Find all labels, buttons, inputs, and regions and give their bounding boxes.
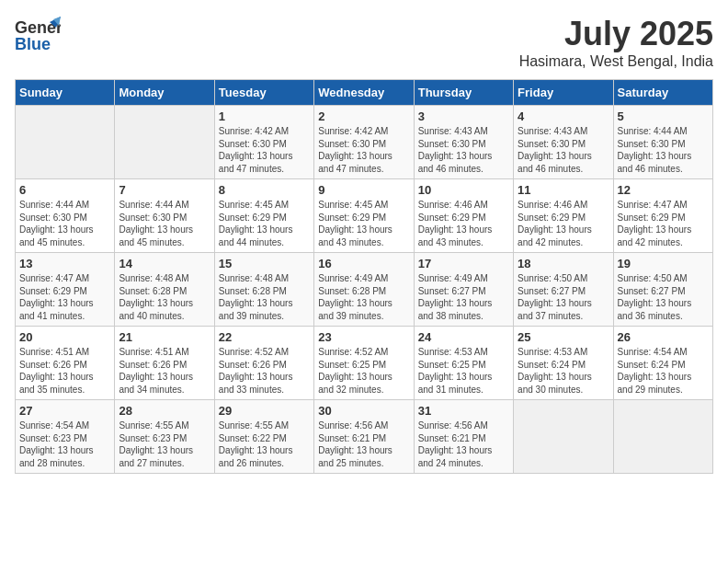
day-info: Sunrise: 4:52 AM Sunset: 6:26 PM Dayligh… [219,346,310,396]
day-info: Sunrise: 4:49 AM Sunset: 6:27 PM Dayligh… [418,272,509,322]
day-info: Sunrise: 4:51 AM Sunset: 6:26 PM Dayligh… [19,346,110,396]
calendar-table: SundayMondayTuesdayWednesdayThursdayFrid… [15,79,713,474]
page-title: July 2025 [519,15,713,53]
calendar-cell: 12Sunrise: 4:47 AM Sunset: 6:29 PM Dayli… [613,179,712,253]
weekday-thursday: Thursday [414,80,513,106]
calendar-cell: 1Sunrise: 4:42 AM Sunset: 6:30 PM Daylig… [214,106,313,179]
calendar-cell [16,106,115,179]
day-number: 26 [618,330,709,344]
day-info: Sunrise: 4:47 AM Sunset: 6:29 PM Dayligh… [19,272,110,322]
page-header: General Blue July 2025 Hasimara, West Be… [15,15,713,70]
week-row-1: 1Sunrise: 4:42 AM Sunset: 6:30 PM Daylig… [16,106,713,179]
day-info: Sunrise: 4:47 AM Sunset: 6:29 PM Dayligh… [618,199,709,248]
day-info: Sunrise: 4:50 AM Sunset: 6:27 PM Dayligh… [518,272,609,322]
calendar-cell: 30Sunrise: 4:56 AM Sunset: 6:21 PM Dayli… [314,400,414,474]
calendar-cell: 9Sunrise: 4:45 AM Sunset: 6:29 PM Daylig… [314,179,414,253]
day-info: Sunrise: 4:54 AM Sunset: 6:23 PM Dayligh… [19,419,110,469]
day-info: Sunrise: 4:42 AM Sunset: 6:30 PM Dayligh… [219,125,310,175]
weekday-tuesday: Tuesday [214,80,313,106]
weekday-row: SundayMondayTuesdayWednesdayThursdayFrid… [16,80,713,106]
week-row-5: 27Sunrise: 4:54 AM Sunset: 6:23 PM Dayli… [16,400,713,474]
day-info: Sunrise: 4:52 AM Sunset: 6:25 PM Dayligh… [318,346,409,396]
day-number: 30 [318,404,409,418]
calendar-cell: 22Sunrise: 4:52 AM Sunset: 6:26 PM Dayli… [214,327,313,400]
day-info: Sunrise: 4:53 AM Sunset: 6:24 PM Dayligh… [518,346,609,396]
calendar-cell: 14Sunrise: 4:48 AM Sunset: 6:28 PM Dayli… [115,253,214,327]
day-number: 15 [219,257,310,270]
calendar-cell: 31Sunrise: 4:56 AM Sunset: 6:21 PM Dayli… [414,400,513,474]
day-number: 27 [19,404,110,418]
weekday-wednesday: Wednesday [314,80,414,106]
day-info: Sunrise: 4:49 AM Sunset: 6:28 PM Dayligh… [318,272,409,322]
day-number: 13 [19,257,110,270]
calendar-cell: 24Sunrise: 4:53 AM Sunset: 6:25 PM Dayli… [414,327,513,400]
weekday-saturday: Saturday [613,80,712,106]
calendar-cell: 15Sunrise: 4:48 AM Sunset: 6:28 PM Dayli… [214,253,313,327]
day-info: Sunrise: 4:54 AM Sunset: 6:24 PM Dayligh… [618,346,709,396]
day-number: 11 [518,183,609,197]
day-number: 14 [119,257,210,270]
day-number: 3 [418,109,509,123]
calendar-cell: 11Sunrise: 4:46 AM Sunset: 6:29 PM Dayli… [514,179,613,253]
weekday-friday: Friday [514,80,613,106]
day-info: Sunrise: 4:50 AM Sunset: 6:27 PM Dayligh… [618,272,709,322]
logo: General Blue [15,15,61,59]
calendar-cell: 19Sunrise: 4:50 AM Sunset: 6:27 PM Dayli… [613,253,712,327]
calendar-cell: 23Sunrise: 4:52 AM Sunset: 6:25 PM Dayli… [314,327,414,400]
day-info: Sunrise: 4:55 AM Sunset: 6:23 PM Dayligh… [119,419,210,469]
day-number: 28 [119,404,210,418]
day-info: Sunrise: 4:45 AM Sunset: 6:29 PM Dayligh… [219,199,310,248]
day-info: Sunrise: 4:56 AM Sunset: 6:21 PM Dayligh… [318,419,409,469]
calendar-cell: 16Sunrise: 4:49 AM Sunset: 6:28 PM Dayli… [314,253,414,327]
weekday-monday: Monday [115,80,214,106]
day-number: 21 [119,330,210,344]
calendar-cell: 3Sunrise: 4:43 AM Sunset: 6:30 PM Daylig… [414,106,513,179]
day-info: Sunrise: 4:42 AM Sunset: 6:30 PM Dayligh… [318,125,409,175]
day-info: Sunrise: 4:51 AM Sunset: 6:26 PM Dayligh… [119,346,210,396]
calendar-cell: 7Sunrise: 4:44 AM Sunset: 6:30 PM Daylig… [115,179,214,253]
day-info: Sunrise: 4:44 AM Sunset: 6:30 PM Dayligh… [119,199,210,248]
day-info: Sunrise: 4:46 AM Sunset: 6:29 PM Dayligh… [418,199,509,248]
day-number: 18 [518,257,609,270]
day-number: 5 [618,109,709,123]
calendar-cell: 13Sunrise: 4:47 AM Sunset: 6:29 PM Dayli… [16,253,115,327]
day-info: Sunrise: 4:56 AM Sunset: 6:21 PM Dayligh… [418,419,509,469]
page-subtitle: Hasimara, West Bengal, India [519,53,713,70]
calendar-cell: 27Sunrise: 4:54 AM Sunset: 6:23 PM Dayli… [16,400,115,474]
day-number: 25 [518,330,609,344]
day-number: 29 [219,404,310,418]
day-number: 12 [618,183,709,197]
day-number: 6 [19,183,110,197]
day-info: Sunrise: 4:48 AM Sunset: 6:28 PM Dayligh… [219,272,310,322]
calendar-cell: 4Sunrise: 4:43 AM Sunset: 6:30 PM Daylig… [514,106,613,179]
calendar-cell: 21Sunrise: 4:51 AM Sunset: 6:26 PM Dayli… [115,327,214,400]
calendar-cell: 20Sunrise: 4:51 AM Sunset: 6:26 PM Dayli… [16,327,115,400]
day-number: 17 [418,257,509,270]
day-number: 31 [418,404,509,418]
day-number: 4 [518,109,609,123]
calendar-cell: 17Sunrise: 4:49 AM Sunset: 6:27 PM Dayli… [414,253,513,327]
day-info: Sunrise: 4:43 AM Sunset: 6:30 PM Dayligh… [418,125,509,175]
calendar-cell: 29Sunrise: 4:55 AM Sunset: 6:22 PM Dayli… [214,400,313,474]
calendar-header: SundayMondayTuesdayWednesdayThursdayFrid… [16,80,713,106]
calendar-body: 1Sunrise: 4:42 AM Sunset: 6:30 PM Daylig… [16,106,713,474]
day-number: 9 [318,183,409,197]
day-number: 19 [618,257,709,270]
calendar-cell: 18Sunrise: 4:50 AM Sunset: 6:27 PM Dayli… [514,253,613,327]
svg-text:Blue: Blue [15,35,51,53]
day-number: 8 [219,183,310,197]
calendar-cell: 6Sunrise: 4:44 AM Sunset: 6:30 PM Daylig… [16,179,115,253]
day-info: Sunrise: 4:53 AM Sunset: 6:25 PM Dayligh… [418,346,509,396]
day-number: 24 [418,330,509,344]
week-row-2: 6Sunrise: 4:44 AM Sunset: 6:30 PM Daylig… [16,179,713,253]
calendar-cell [115,106,214,179]
week-row-3: 13Sunrise: 4:47 AM Sunset: 6:29 PM Dayli… [16,253,713,327]
day-info: Sunrise: 4:43 AM Sunset: 6:30 PM Dayligh… [518,125,609,175]
calendar-cell: 5Sunrise: 4:44 AM Sunset: 6:30 PM Daylig… [613,106,712,179]
calendar-cell [613,400,712,474]
logo-icon: General Blue [15,15,61,55]
weekday-sunday: Sunday [16,80,115,106]
week-row-4: 20Sunrise: 4:51 AM Sunset: 6:26 PM Dayli… [16,327,713,400]
day-info: Sunrise: 4:55 AM Sunset: 6:22 PM Dayligh… [219,419,310,469]
day-info: Sunrise: 4:44 AM Sunset: 6:30 PM Dayligh… [618,125,709,175]
